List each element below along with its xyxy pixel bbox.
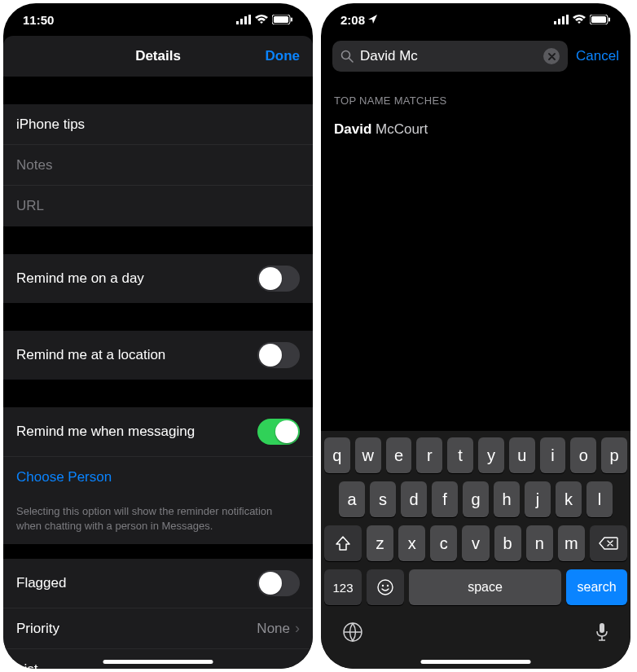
status-icons <box>554 15 611 24</box>
status-bar: 11:50 <box>3 3 313 36</box>
flagged-row[interactable]: Flagged <box>3 559 313 608</box>
key-i[interactable]: i <box>540 437 566 473</box>
emoji-key[interactable] <box>367 569 404 605</box>
url-field[interactable]: URL <box>3 186 313 226</box>
home-indicator[interactable] <box>421 660 531 664</box>
remind-messaging-toggle[interactable] <box>257 419 300 445</box>
svg-rect-6 <box>291 18 292 22</box>
url-placeholder: URL <box>16 198 44 214</box>
choose-person-link: Choose Person <box>16 469 112 485</box>
key-h[interactable]: h <box>494 481 520 517</box>
key-g[interactable]: g <box>463 481 489 517</box>
reminder-title-value: iPhone tips <box>16 116 85 133</box>
phone-details: 11:50 Details Done iPhone tips Notes URL… <box>3 3 313 669</box>
svg-rect-10 <box>566 15 569 24</box>
status-time: 2:08 <box>340 13 377 27</box>
cancel-button[interactable]: Cancel <box>576 48 619 64</box>
nav-bar: Details Done <box>3 36 313 77</box>
search-icon <box>340 50 354 63</box>
key-e[interactable]: e <box>386 437 412 473</box>
notes-placeholder: Notes <box>16 157 52 173</box>
keyboard: qwertyuiop asdfghjkl zxcvbnm 123 space s… <box>321 431 630 669</box>
shift-key[interactable] <box>324 525 362 561</box>
key-y[interactable]: y <box>478 437 504 473</box>
remind-location-toggle[interactable] <box>257 342 300 368</box>
chevron-right-icon: › <box>295 661 300 669</box>
search-row: Cancel <box>321 36 630 80</box>
key-l[interactable]: l <box>586 481 613 517</box>
svg-rect-9 <box>562 16 565 24</box>
globe-icon[interactable] <box>342 621 363 643</box>
choose-person-row[interactable]: Choose Person <box>3 457 313 498</box>
search-field[interactable] <box>332 41 568 72</box>
flagged-toggle[interactable] <box>257 570 300 596</box>
remind-location-label: Remind me at a location <box>16 347 165 363</box>
key-m[interactable]: m <box>558 525 585 561</box>
location-arrow-icon <box>368 15 377 24</box>
done-button[interactable]: Done <box>266 48 301 64</box>
key-a[interactable]: a <box>339 481 365 517</box>
key-z[interactable]: z <box>367 525 393 561</box>
notes-field[interactable]: Notes <box>3 145 313 186</box>
key-q[interactable]: q <box>324 437 350 473</box>
svg-rect-2 <box>244 16 247 24</box>
dictation-icon[interactable] <box>595 621 609 643</box>
messaging-footer-note: Selecting this option will show the remi… <box>3 498 313 544</box>
cellular-icon <box>236 15 251 24</box>
priority-label: Priority <box>16 621 59 637</box>
key-b[interactable]: b <box>494 525 521 561</box>
key-k[interactable]: k <box>556 481 582 517</box>
clear-search-button[interactable] <box>543 48 560 64</box>
details-form: iPhone tips Notes URL Remind me on a day… <box>3 77 313 669</box>
svg-line-15 <box>349 58 353 62</box>
key-j[interactable]: j <box>525 481 551 517</box>
search-input[interactable] <box>360 48 537 64</box>
battery-icon <box>590 15 611 24</box>
priority-value: None <box>257 621 295 637</box>
result-match-text: David <box>334 121 371 137</box>
backspace-key[interactable] <box>590 525 627 561</box>
results-section-header: TOP NAME MATCHES <box>321 80 630 113</box>
key-x[interactable]: x <box>398 525 425 561</box>
space-key[interactable]: space <box>409 569 561 605</box>
reminder-title-field[interactable]: iPhone tips <box>3 104 313 145</box>
key-w[interactable]: w <box>355 437 381 473</box>
key-c[interactable]: c <box>430 525 457 561</box>
priority-row[interactable]: Priority None › <box>3 608 313 649</box>
svg-rect-13 <box>608 18 610 22</box>
svg-rect-3 <box>248 15 251 24</box>
numbers-key[interactable]: 123 <box>324 569 362 605</box>
svg-point-17 <box>382 585 384 586</box>
backspace-icon <box>599 536 618 551</box>
key-o[interactable]: o <box>570 437 596 473</box>
nav-title: Details <box>135 48 181 64</box>
battery-icon <box>272 15 293 24</box>
key-d[interactable]: d <box>401 481 427 517</box>
remind-location-row[interactable]: Remind me at a location <box>3 331 313 380</box>
key-v[interactable]: v <box>462 525 489 561</box>
key-r[interactable]: r <box>416 437 442 473</box>
remind-day-row[interactable]: Remind me on a day <box>3 254 313 303</box>
svg-rect-1 <box>240 19 243 24</box>
key-u[interactable]: u <box>509 437 535 473</box>
key-s[interactable]: s <box>370 481 396 517</box>
search-key[interactable]: search <box>566 569 627 605</box>
svg-point-16 <box>378 580 393 595</box>
shift-icon <box>335 536 351 551</box>
home-indicator[interactable] <box>103 660 213 664</box>
status-icons <box>236 15 293 24</box>
contact-result[interactable]: David McCourt <box>321 113 630 149</box>
phone-contact-search: 2:08 Cancel TOP NAME MATCHES David McCou… <box>321 3 630 669</box>
svg-rect-7 <box>554 21 556 24</box>
remind-day-toggle[interactable] <box>257 266 300 292</box>
remind-messaging-row[interactable]: Remind me when messaging <box>3 407 313 457</box>
key-n[interactable]: n <box>526 525 553 561</box>
status-bar: 2:08 <box>321 3 630 36</box>
key-f[interactable]: f <box>432 481 458 517</box>
key-t[interactable]: t <box>447 437 473 473</box>
result-rest-text: McCourt <box>371 121 428 137</box>
remind-day-label: Remind me on a day <box>16 270 144 287</box>
xmark-icon <box>548 53 556 60</box>
status-time: 11:50 <box>23 13 54 27</box>
key-p[interactable]: p <box>601 437 627 473</box>
